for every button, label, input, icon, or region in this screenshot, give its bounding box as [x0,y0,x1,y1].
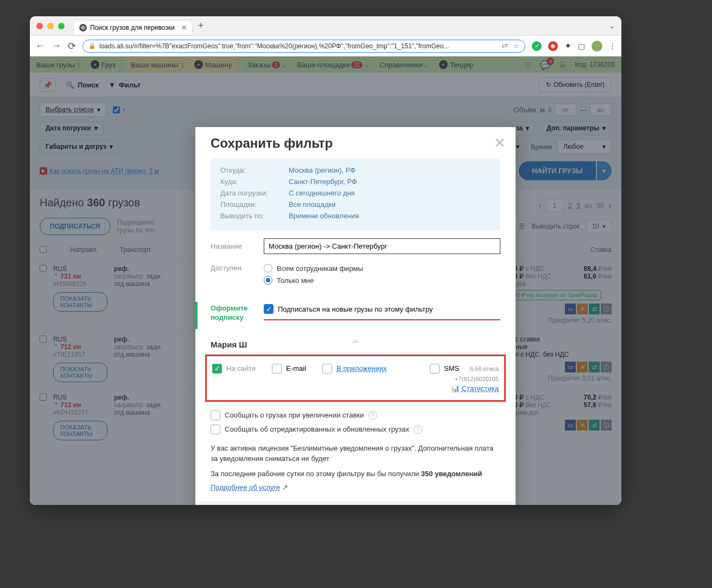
maximize-icon[interactable] [58,23,65,29]
channel-app[interactable]: В приложениях [322,364,387,374]
notify-rate-checkbox[interactable]: Сообщать о грузах при увеличении ставки? [195,408,516,422]
channels-box: ✓На сайте E-mail В приложениях SMS 6,58 … [205,355,506,402]
browser-tab[interactable]: ⚙ Поиск грузов для перевозки ✕ [73,20,193,35]
filter-summary: Откуда:Москва (регион), РФ Куда:Санкт-Пе… [211,159,500,231]
extensions-icon[interactable]: ✦ [564,41,571,51]
window-titlebar: ⚙ Поиск грузов для перевозки ✕ + ⌄ [30,16,621,36]
channel-email[interactable]: E-mail [272,364,306,374]
extension-icon[interactable]: ✓ [532,41,542,51]
help-icon[interactable]: ? [368,411,377,420]
close-icon[interactable] [36,23,43,29]
browser-toolbar: ← → ⟳ 🔒 loads.ati.su/#/filter=%7B"exactF… [30,36,621,56]
forward-button[interactable]: → [52,40,61,52]
avatar[interactable] [592,41,602,52]
minimize-icon[interactable] [47,23,54,29]
help-icon[interactable]: ? [414,425,422,434]
extension-icon[interactable]: ◉ [548,41,558,51]
tab-close-icon[interactable]: ✕ [181,24,187,31]
favicon-icon: ⚙ [79,24,87,31]
notify-edit-checkbox[interactable]: Сообщать об отредактированных и обновлен… [195,422,516,437]
sidebar-icon[interactable]: ▢ [578,42,585,50]
save-filter-modal: Сохранить фильтр ✕ Откуда:Москва (регион… [195,127,516,505]
new-tab-button[interactable]: + [198,20,204,31]
avail-all-radio[interactable]: Всем сотрудникам фирмы [264,264,363,273]
back-button[interactable]: ← [35,40,45,52]
channel-sms[interactable]: SMS 6,58 атиса [430,364,499,374]
star-icon[interactable]: ☆ [513,42,519,50]
translate-icon[interactable]: ⮂ [501,42,508,50]
modal-footer: СОХРАНИТЬ Отмена [195,501,516,505]
lock-icon: 🔒 [88,42,96,49]
avail-me-radio[interactable]: Только мне [264,276,363,284]
tab-title: Поиск грузов для перевозки [90,24,175,31]
channel-site[interactable]: ✓На сайте [212,364,256,374]
more-link[interactable]: Подробнее об услуге [211,483,280,491]
close-icon[interactable]: ✕ [494,135,506,151]
stats-link[interactable]: 📊Статистика [430,384,499,393]
subscribe-section: Оформите подписку ✓ Подписаться на новые… [195,296,516,334]
modal-title: Сохранить фильтр [211,136,500,151]
reload-button[interactable]: ⟳ [68,40,76,52]
address-bar[interactable]: 🔒 loads.ati.su/#/filter=%7B"exactFromGeo… [82,40,525,53]
subscribe-checkbox[interactable]: ✓ [264,304,274,314]
filter-name-input[interactable] [264,238,500,254]
url-text: loads.ati.su/#/filter=%7B"exactFromGeos"… [99,42,449,50]
license-text: У вас активна лицензия "Безлимитные увед… [195,437,516,466]
last-day-text: За последние рабочие сутки по этому филь… [195,466,516,482]
menu-icon[interactable]: ⋮ [609,42,616,50]
chevron-down-icon[interactable]: ⌄ [609,22,615,30]
